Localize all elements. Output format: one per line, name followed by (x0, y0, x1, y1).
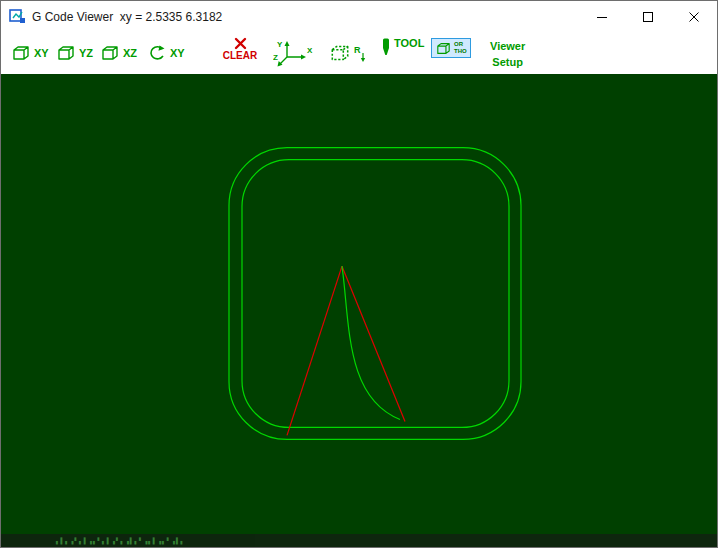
rotate-arrow-icon (147, 44, 167, 62)
gcode-canvas[interactable] (1, 74, 717, 534)
maximize-icon (643, 12, 653, 22)
minimize-button[interactable] (579, 1, 625, 32)
view-yz-label: YZ (79, 48, 93, 59)
view-xz-button[interactable]: XZ (100, 45, 137, 61)
rotate-xy-label: XY (170, 48, 185, 59)
close-button[interactable] (671, 1, 717, 32)
viewer-setup-line1: Viewer (490, 40, 525, 53)
clear-button[interactable]: CLEAR (217, 37, 263, 61)
tool-icon (381, 38, 391, 57)
rapid-move-left-line (287, 266, 342, 435)
cube-xy-icon (11, 45, 31, 61)
title-bar: G Code Viewer xy = 2.5335 6.3182 (1, 1, 717, 32)
toolpath-outer-rounded-rect (229, 148, 521, 440)
window-title: G Code Viewer xy = 2.5335 6.3182 (32, 10, 579, 24)
ortho-cube-icon (435, 42, 452, 55)
cube-yz-icon (56, 45, 76, 61)
axis-y-label: Y (277, 40, 283, 49)
gcode-viewer-window: G Code Viewer xy = 2.5335 6.3182 XY YZ (0, 0, 718, 548)
axes-orientation-button[interactable]: Y X Z (273, 38, 315, 68)
minimize-icon (597, 12, 607, 22)
app-icon[interactable] (9, 8, 26, 25)
view-yz-button[interactable]: YZ (56, 45, 93, 61)
viewer-setup-button[interactable]: Viewer Setup (490, 40, 525, 68)
rotate-r-button[interactable]: R (329, 43, 368, 63)
close-icon (689, 12, 699, 22)
view-xy-button[interactable]: XY (11, 45, 49, 61)
ortho-label-line1: OR (454, 41, 467, 48)
toolbar: XY YZ XZ XY CLEAR (1, 32, 717, 74)
status-strip: ▖▌▖▗▘▖▌▗▖▘▖▌▗▘▖▗▌▖▘▗▖▌▗▖▘▗▌▖ (1, 534, 717, 547)
tool-button[interactable]: TOOL (381, 38, 424, 57)
axis-z-label: Z (273, 53, 278, 62)
clear-x-icon (234, 37, 247, 50)
viewer-setup-line2: Setup (492, 56, 523, 69)
maximize-button[interactable] (625, 1, 671, 32)
axis-x-label: X (307, 46, 313, 55)
view-xy-label: XY (34, 48, 49, 59)
rotate-xy-button[interactable]: XY (147, 44, 185, 62)
tool-label: TOOL (394, 38, 424, 49)
rotate-r-glyph: R (354, 43, 368, 63)
rotate-r-label: R (354, 45, 361, 55)
view-xz-label: XZ (123, 48, 137, 59)
axes-icon: Y X Z (273, 38, 315, 68)
clear-label: CLEAR (223, 51, 257, 61)
toolpath-inner-rounded-rect (242, 160, 509, 428)
ortho-toggle-button[interactable]: OR THO (431, 38, 471, 58)
ortho-label-line2: THO (454, 48, 467, 55)
cube-xz-icon (100, 45, 120, 61)
gcode-drawing (1, 74, 717, 534)
ortho-label-group: OR THO (454, 41, 467, 55)
status-glyphs: ▖▌▖▗▘▖▌▗▖▘▖▌▗▘▖▗▌▖▘▗▖▌▗▖▘▗▌▖ (56, 537, 185, 544)
dashed-cube-icon (329, 44, 351, 62)
